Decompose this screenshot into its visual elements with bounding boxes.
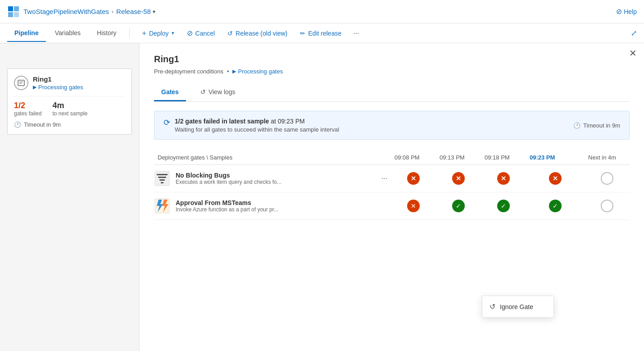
success-icon: ✓ [452, 200, 465, 212]
gate-0-sample-3: ✕ [526, 172, 585, 185]
gate-info-0: No Blocking Bugs Executes a work item qu… [154, 170, 391, 187]
tab-variables[interactable]: Variables [48, 25, 88, 42]
svg-rect-3 [14, 12, 19, 17]
release-name: Release-58 ▾ [116, 8, 155, 15]
gate-0-sample-0: ✕ [391, 172, 436, 185]
deploy-button[interactable]: + Deploy ▾ [137, 27, 180, 40]
fail-icon: ✕ [452, 172, 465, 185]
main-layout: Ring1 ▶ Processing gates 1/2 gates faile… [0, 43, 644, 351]
help-link[interactable]: ⊘ Help [616, 7, 637, 16]
gate-filter-icon [154, 170, 170, 187]
banner-text: 1/2 gates failed in latest sample at 09:… [175, 118, 339, 133]
stat-gates-failed: 1/2 gates failed [14, 101, 41, 117]
cancel-icon: ⊘ [187, 29, 193, 37]
tab-pipeline[interactable]: Pipeline [7, 25, 46, 42]
col-header-4: 09:23 PM [526, 154, 585, 161]
tab-view-logs[interactable]: ↺ View logs [193, 84, 243, 101]
gate-1-text: Approval From MSTeams Invoke Azure funct… [176, 199, 278, 213]
close-button[interactable]: ✕ [629, 49, 637, 58]
top-bar-left: TwoStagePipelineWithGates › Release-58 ▾ [7, 5, 155, 18]
panel-content: Ring1 Pre-deployment conditions • ▶ Proc… [140, 43, 644, 231]
cancel-button[interactable]: ⊘ Cancel [181, 26, 221, 40]
plus-icon: + [142, 29, 146, 37]
stage-timeout: 🕐 Timeout in 9m [14, 121, 125, 128]
gate-1-sample-1: ✓ [436, 200, 481, 212]
stage-card: Ring1 ▶ Processing gates 1/2 gates faile… [7, 68, 132, 135]
expand-icon: ⤢ [631, 29, 637, 37]
help-circle-icon: ⊘ [616, 7, 622, 16]
svg-rect-0 [8, 6, 13, 11]
pending-icon [601, 200, 613, 212]
svg-rect-10 [159, 179, 165, 181]
col-header-0: Deployment gates \ Samples [154, 154, 391, 161]
gate-0-sample-4 [585, 172, 630, 185]
ignore-gate-label: Ignore Gate [500, 303, 533, 310]
clock-icon: 🕐 [14, 121, 21, 128]
help-label: Help [624, 8, 637, 15]
gate-0-text: No Blocking Bugs Executes a work item qu… [176, 172, 281, 185]
expand-button[interactable]: ⤢ [631, 29, 637, 37]
left-panel: Ring1 ▶ Processing gates 1/2 gates faile… [0, 43, 140, 351]
fail-icon: ✕ [407, 172, 420, 185]
stat-next-sample: 4m to next sample [52, 101, 87, 117]
success-icon: ✓ [549, 200, 562, 212]
deploy-label: Deploy [149, 30, 169, 37]
table-header: Deployment gates \ Samples 09:08 PM 09:1… [154, 150, 630, 165]
gate-1-sample-2: ✓ [481, 200, 526, 212]
breadcrumb: TwoStagePipelineWithGates › Release-58 ▾ [23, 8, 155, 15]
gate-0-more-button[interactable]: ··· [378, 173, 391, 184]
cancel-label: Cancel [195, 30, 215, 37]
col-header-2: 09:13 PM [436, 154, 481, 161]
partial-icon: ✕ [407, 200, 420, 212]
more-options-button[interactable]: ··· [349, 27, 363, 40]
panel-title: Ring1 [154, 54, 630, 64]
panel-breadcrumb: Pre-deployment conditions • ▶ Processing… [154, 68, 630, 75]
edit-icon: ✏ [300, 30, 305, 37]
stage-card-header: Ring1 ▶ Processing gates [14, 75, 125, 91]
nav-actions: + Deploy ▾ ⊘ Cancel ↺ Release (old view)… [137, 26, 364, 40]
banner-left: ⟳ 1/2 gates failed in latest sample at 0… [163, 118, 339, 133]
pending-icon [601, 172, 613, 185]
svg-rect-8 [157, 174, 168, 175]
stage-icon [14, 76, 28, 90]
release-label[interactable]: Release-58 [116, 8, 151, 15]
context-menu: ↺ Ignore Gate [482, 296, 554, 318]
inner-tabs: Gates ↺ View logs [154, 84, 630, 102]
gate-1-sample-4 [585, 200, 630, 212]
right-panel: ✕ Ring1 Pre-deployment conditions • ▶ Pr… [140, 43, 644, 351]
fail-icon: ✕ [497, 172, 510, 185]
col-header-3: 09:18 PM [481, 154, 526, 161]
gate-1-sample-0: ✕ [391, 200, 436, 212]
nav-tabs: Pipeline Variables History + Deploy ▾ ⊘ … [0, 23, 644, 43]
gate-0-sample-2: ✕ [481, 172, 526, 185]
processing-gates-link[interactable]: ▶ Processing gates [232, 68, 283, 75]
refresh-icon: ↺ [227, 30, 233, 37]
banner-clock-icon: 🕐 [573, 122, 581, 129]
release-dropdown-icon[interactable]: ▾ [153, 9, 155, 15]
svg-rect-1 [14, 6, 19, 11]
edit-release-button[interactable]: ✏ Edit release [295, 27, 347, 40]
fail-icon: ✕ [549, 172, 562, 185]
tab-gates[interactable]: Gates [154, 84, 186, 101]
table-row: Approval From MSTeams Invoke Azure funct… [154, 192, 630, 220]
edit-release-label: Edit release [308, 30, 341, 37]
nav-divider [129, 28, 130, 39]
stage-name: Ring1 ▶ Processing gates [33, 75, 83, 91]
old-view-button[interactable]: ↺ Release (old view) [222, 27, 293, 40]
banner-right: 🕐 Timeout in 9m [573, 122, 620, 129]
play-icon: ▶ [33, 84, 36, 90]
banner-sub-text: Waiting for all gates to succeed within … [175, 126, 339, 133]
table-row: No Blocking Bugs Executes a work item qu… [154, 165, 630, 192]
breadcrumb-separator: › [112, 9, 113, 15]
svg-rect-7 [155, 171, 169, 186]
spinner-icon: ⟳ [163, 118, 170, 128]
ignore-gate-menu-item[interactable]: ↺ Ignore Gate [482, 298, 553, 315]
stage-status-link[interactable]: ▶ Processing gates [33, 84, 83, 91]
project-name[interactable]: TwoStagePipelineWithGates [23, 8, 109, 15]
gates-table: Deployment gates \ Samples 09:08 PM 09:1… [154, 150, 630, 220]
tabs-divider [186, 84, 193, 101]
svg-rect-2 [8, 12, 13, 17]
col-header-1: 09:08 PM [391, 154, 436, 161]
breadcrumb-dot: • [227, 68, 229, 75]
tab-history[interactable]: History [90, 25, 124, 42]
